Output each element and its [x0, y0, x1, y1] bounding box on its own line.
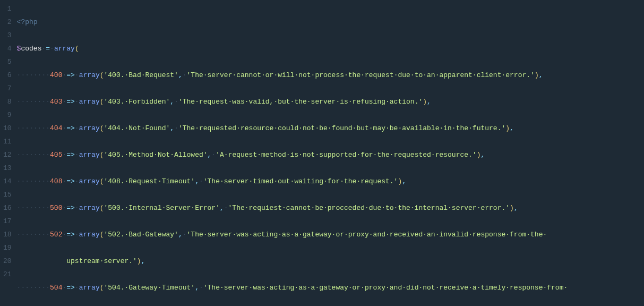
line-number: 13	[3, 162, 12, 175]
code-line[interactable]: ········502·=>·array('502.·Bad·Gateway',…	[17, 228, 644, 241]
line-number: 7	[3, 82, 12, 95]
code-line[interactable]: ········504·=>·array('504.·Gateway·Timeo…	[17, 281, 644, 294]
line-number: 16	[3, 201, 12, 215]
line-number: 15	[3, 188, 12, 201]
line-number: 8	[3, 95, 12, 108]
code-line[interactable]: ········500·=>·array('500.·Internal·Serv…	[17, 201, 644, 215]
code-line[interactable]: ········408·=>·array('408.·Request·Timeo…	[17, 175, 644, 188]
line-number: 11	[3, 135, 12, 148]
line-number: 20	[3, 254, 12, 268]
line-number: 3	[3, 29, 12, 42]
line-number: 10	[3, 122, 12, 135]
line-number: 2	[3, 15, 12, 29]
code-line[interactable]: ········400·=>·array('400.·Bad·Request',…	[17, 69, 644, 82]
line-number: 18	[3, 228, 12, 241]
line-number: 6	[3, 69, 12, 82]
code-line[interactable]: ········403·=>·array('403.·Forbidden',·'…	[17, 95, 644, 108]
line-number: 1	[3, 2, 12, 15]
code-line[interactable]: upstream·server.'),	[17, 254, 644, 268]
line-number: 21	[3, 268, 12, 281]
code-line[interactable]: <?php	[17, 15, 644, 29]
code-line[interactable]: $codes·=·array(	[17, 42, 644, 55]
line-number: 9	[3, 108, 12, 122]
code-area[interactable]: <?php $codes·=·array( ········400·=>·arr…	[17, 0, 644, 306]
line-number: 5	[3, 55, 12, 69]
line-number: 17	[3, 215, 12, 228]
php-open-tag: <?php	[17, 18, 38, 26]
code-line[interactable]: ········405·=>·array('405.·Method·Not·Al…	[17, 148, 644, 162]
code-editor[interactable]: 1 2 3 4 5 6 7 8 9 10 11 12 13 14 15 16 1…	[0, 0, 644, 306]
line-number-gutter: 1 2 3 4 5 6 7 8 9 10 11 12 13 14 15 16 1…	[0, 0, 17, 306]
line-number: 12	[3, 148, 12, 162]
code-line[interactable]: ········404·=>·array('404.·Not·Found',·'…	[17, 122, 644, 135]
line-number: 4	[3, 42, 12, 55]
line-number: 14	[3, 175, 12, 188]
line-number: 19	[3, 241, 12, 254]
